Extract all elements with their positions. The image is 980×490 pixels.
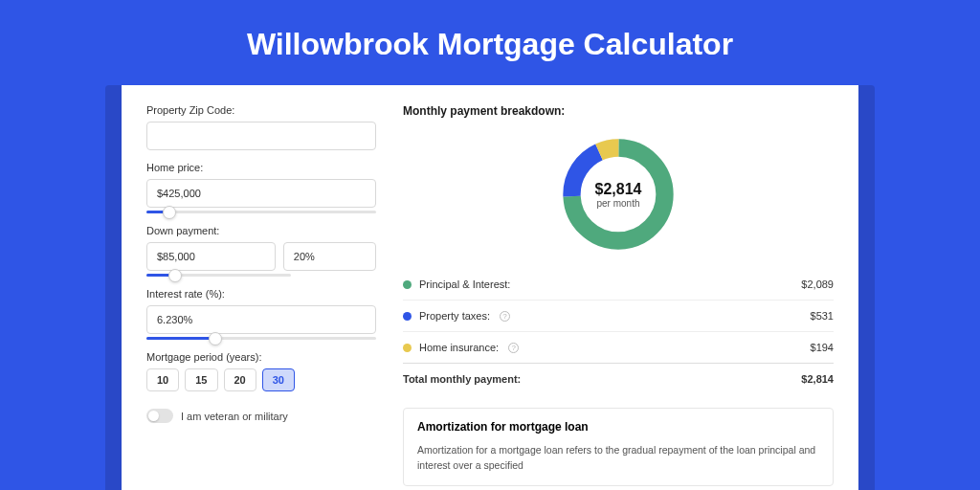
down-payment-slider[interactable] (146, 274, 291, 277)
period-option-30[interactable]: 30 (262, 368, 295, 391)
veteran-toggle-row: I am veteran or military (146, 409, 376, 423)
period-option-10[interactable]: 10 (146, 368, 179, 391)
mortgage-period-field: Mortgage period (years): 10152030 (146, 351, 376, 391)
calculator-card: Property Zip Code: Home price: Down paym… (122, 85, 858, 490)
info-icon[interactable]: ? (500, 311, 510, 322)
interest-rate-input[interactable] (146, 305, 376, 334)
legend-value: $2,089 (801, 278, 834, 290)
mortgage-period-label: Mortgage period (years): (146, 351, 376, 363)
period-option-20[interactable]: 20 (224, 368, 256, 391)
veteran-label: I am veteran or military (181, 411, 288, 422)
down-payment-amount-input[interactable] (146, 242, 276, 271)
page-title: Willowbrook Mortgage Calculator (0, 0, 980, 85)
zip-field: Property Zip Code: (146, 104, 376, 150)
down-payment-label: Down payment: (146, 225, 376, 236)
home-price-input[interactable] (146, 179, 376, 208)
home-price-field: Home price: (146, 162, 376, 213)
down-payment-slider-thumb[interactable] (168, 269, 182, 282)
interest-rate-slider-thumb[interactable] (209, 332, 222, 345)
interest-rate-slider-fill (146, 337, 215, 340)
breakdown-legend: Principal & Interest:$2,089Property taxe… (403, 269, 834, 363)
period-option-15[interactable]: 15 (185, 368, 217, 391)
donut-center: $2,814 per month (557, 133, 679, 256)
down-payment-field: Down payment: (146, 225, 376, 277)
form-column: Property Zip Code: Home price: Down paym… (146, 104, 376, 486)
legend-dot (403, 312, 412, 321)
home-price-slider[interactable] (146, 211, 376, 213)
legend-row: Home insurance:?$194 (403, 331, 834, 363)
mortgage-period-options: 10152030 (146, 368, 376, 391)
legend-label: Property taxes: (419, 310, 490, 322)
legend-dot (403, 280, 412, 289)
amortization-text: Amortization for a mortgage loan refers … (417, 443, 819, 474)
donut-chart-wrap: $2,814 per month (403, 127, 834, 269)
total-row: Total monthly payment: $2,814 (403, 363, 834, 394)
legend-value: $531 (811, 310, 834, 322)
total-value: $2,814 (801, 373, 834, 385)
total-label: Total monthly payment: (403, 373, 521, 385)
amortization-box: Amortization for mortgage loan Amortizat… (403, 408, 834, 486)
zip-input[interactable] (146, 122, 376, 150)
down-payment-pct-input[interactable] (283, 242, 376, 271)
legend-label: Principal & Interest: (419, 278, 510, 290)
interest-rate-slider[interactable] (146, 337, 376, 340)
legend-row: Property taxes:?$531 (403, 300, 834, 331)
legend-row: Principal & Interest:$2,089 (403, 269, 834, 300)
card-shadow: Property Zip Code: Home price: Down paym… (105, 85, 875, 490)
donut-sub: per month (596, 198, 639, 209)
donut-chart: $2,814 per month (557, 133, 679, 256)
zip-label: Property Zip Code: (146, 104, 376, 116)
legend-value: $194 (811, 342, 834, 353)
interest-rate-label: Interest rate (%): (146, 288, 376, 300)
home-price-label: Home price: (146, 162, 376, 173)
legend-dot (403, 344, 412, 352)
amortization-title: Amortization for mortgage loan (417, 420, 819, 434)
legend-label: Home insurance: (419, 342, 499, 353)
breakdown-title: Monthly payment breakdown: (403, 104, 834, 118)
results-column: Monthly payment breakdown: $2,814 per mo… (403, 104, 834, 486)
interest-rate-field: Interest rate (%): (146, 288, 376, 340)
donut-amount: $2,814 (595, 181, 642, 198)
home-price-slider-thumb[interactable] (163, 206, 176, 219)
veteran-toggle[interactable] (146, 409, 173, 423)
info-icon[interactable]: ? (508, 343, 519, 353)
